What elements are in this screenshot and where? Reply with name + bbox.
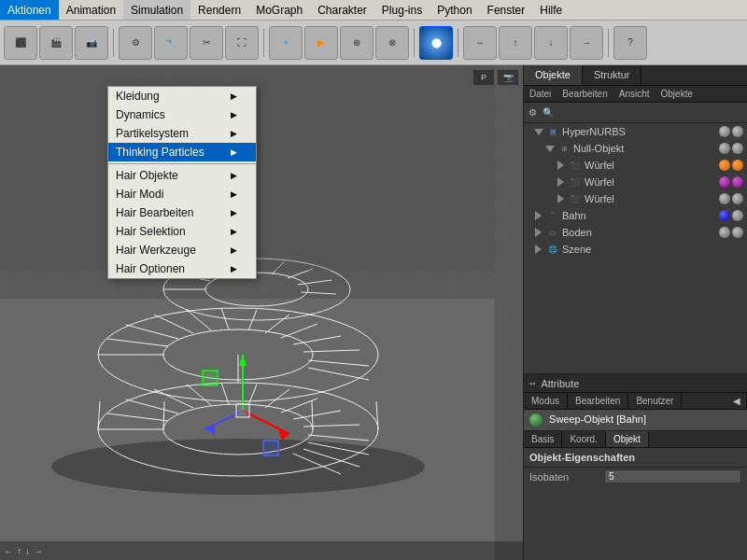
menu-hair-optionen[interactable]: Hair Optionen bbox=[108, 259, 256, 278]
menu-hair-bearbeiten[interactable]: Hair Bearbeiten bbox=[108, 203, 256, 222]
menu-aktionen[interactable]: Aktionen bbox=[0, 0, 59, 20]
obj-bahn[interactable]: ⌒ Bahn bbox=[524, 207, 747, 224]
attr-arrow[interactable]: ◀ bbox=[727, 393, 747, 409]
toolbar-btn-help[interactable]: ? bbox=[613, 26, 647, 60]
toolbar-btn-5[interactable]: 🔧 bbox=[154, 26, 188, 60]
expand-wurfel-2[interactable] bbox=[557, 177, 567, 187]
toolbar-btn-dynamics[interactable]: ⬤ bbox=[419, 26, 453, 60]
expand-null[interactable] bbox=[546, 144, 556, 153]
viewport-status-bar: ← ↑ ↓ → bbox=[0, 541, 523, 560]
attributes-panel: ▪▪ Attribute Modus Bearbeiten Benutzer ◀… bbox=[524, 373, 747, 560]
toolbar-btn-7[interactable]: ⛶ bbox=[225, 26, 259, 60]
menu-charakter[interactable]: Charakter bbox=[310, 0, 374, 20]
viewport-arrow-up[interactable]: ↑ bbox=[17, 546, 21, 556]
toolbar-btn-10[interactable]: ⊕ bbox=[340, 26, 374, 60]
toolbar-btn-8[interactable]: ✦ bbox=[269, 26, 303, 60]
bahn-dot-2 bbox=[732, 210, 743, 221]
viewport-arrow-left[interactable]: ← bbox=[4, 546, 13, 556]
toolbar-sep-3 bbox=[414, 29, 415, 57]
menu-python[interactable]: Python bbox=[430, 0, 479, 20]
szene-icon: 🌐 bbox=[546, 243, 559, 256]
viewport-arrow-down[interactable]: ↓ bbox=[25, 546, 30, 556]
toolbar-btn-down[interactable]: ↓ bbox=[534, 26, 568, 60]
obj-menu-datei[interactable]: Datei bbox=[526, 88, 555, 100]
obj-hypernurbs[interactable]: ⊞ HyperNURBS bbox=[524, 123, 747, 140]
expand-szene[interactable] bbox=[535, 245, 544, 254]
svg-rect-61 bbox=[203, 371, 218, 385]
wurfel-2-label: Würfel bbox=[585, 176, 719, 188]
menu-animation[interactable]: Animation bbox=[59, 0, 123, 20]
obj-menu-bearbeiten[interactable]: Bearbeiten bbox=[558, 88, 611, 100]
toolbar-btn-3[interactable]: 📷 bbox=[75, 26, 108, 60]
expand-hypernurbs[interactable] bbox=[535, 127, 544, 136]
viewport[interactable]: P 📷 ← ↑ ↓ → Kleidung Dynamics Partikelsy… bbox=[0, 65, 523, 560]
nav-btn-persp[interactable]: P bbox=[472, 69, 495, 86]
obj-wurfel-2[interactable]: ⬛ Würfel bbox=[524, 174, 747, 190]
menu-hair-modi[interactable]: Hair Modi bbox=[108, 185, 256, 203]
object-label-icon bbox=[529, 413, 543, 427]
viewport-arrow-right[interactable]: → bbox=[34, 546, 43, 556]
toolbar-btn-arrow[interactable]: ↔ bbox=[463, 26, 497, 60]
menu-plugins[interactable]: Plug-ins bbox=[374, 0, 430, 20]
obj-menu-ansicht[interactable]: Ansicht bbox=[615, 88, 654, 100]
hypernurbs-dots bbox=[719, 126, 743, 137]
toolbar-btn-up[interactable]: ↑ bbox=[499, 26, 532, 60]
expand-wurfel-3[interactable] bbox=[557, 194, 567, 203]
obj-wurfel-1[interactable]: ⬛ Würfel bbox=[524, 157, 747, 174]
attr-tab2-basis[interactable]: Basis bbox=[524, 431, 562, 447]
bahn-icon: ⌒ bbox=[546, 209, 559, 222]
obj-wurfel-3[interactable]: ⬛ Würfel bbox=[524, 190, 747, 207]
menu-dynamics[interactable]: Dynamics bbox=[108, 105, 256, 124]
menu-mograph[interactable]: MoGraph bbox=[248, 0, 310, 20]
expand-wurfel-1[interactable] bbox=[557, 161, 567, 170]
expand-icon-wurfel-1 bbox=[557, 161, 564, 170]
obj-boden[interactable]: ▭ Boden bbox=[524, 224, 747, 241]
expand-bahn[interactable] bbox=[535, 211, 544, 220]
menu-hilfe[interactable]: Hilfe bbox=[532, 0, 570, 20]
boden-dot-1 bbox=[719, 227, 730, 238]
object-list[interactable]: ⊞ HyperNURBS ⊕ Null-Objekt bbox=[524, 123, 747, 373]
null-label: Null-Objekt bbox=[573, 143, 719, 154]
attr-tab2-objekt[interactable]: Objekt bbox=[606, 431, 649, 447]
isobaten-input[interactable] bbox=[604, 469, 741, 483]
tab-struktur[interactable]: Struktur bbox=[583, 65, 642, 85]
bahn-label: Bahn bbox=[562, 210, 719, 221]
wurfel-3-dots bbox=[719, 193, 743, 204]
menu-hair-selektion[interactable]: Hair Selektion bbox=[108, 222, 256, 241]
toolbar-btn-6[interactable]: ✂ bbox=[190, 26, 223, 60]
menu-hair-werkzeuge[interactable]: Hair Werkzeuge bbox=[108, 241, 256, 259]
attr-title: Attribute bbox=[541, 378, 579, 389]
menu-fenster[interactable]: Fenster bbox=[480, 0, 533, 20]
toolbar-btn-right[interactable]: → bbox=[570, 26, 603, 60]
obj-tb-search[interactable]: 🔍 bbox=[540, 105, 557, 120]
property-isobaten: Isobaten bbox=[524, 468, 747, 485]
tab-objekte[interactable]: Objekte bbox=[524, 65, 583, 85]
toolbar-btn-9[interactable]: ▶ bbox=[304, 26, 338, 60]
toolbar-btn-2[interactable]: 🎬 bbox=[39, 26, 73, 60]
obj-tb-filter[interactable]: ⚙ bbox=[526, 105, 540, 120]
object-manager-tabs: Objekte Struktur bbox=[524, 65, 747, 86]
attr-tab2-koord[interactable]: Koord. bbox=[562, 431, 605, 447]
wurfel-2-dots bbox=[719, 176, 743, 188]
menu-partikelsystem[interactable]: Partikelsystem bbox=[108, 124, 256, 143]
obj-null[interactable]: ⊕ Null-Objekt bbox=[524, 140, 747, 157]
toolbar-btn-1[interactable]: ⬛ bbox=[4, 26, 37, 60]
obj-szene[interactable]: 🌐 Szene bbox=[524, 241, 747, 258]
menu-hair-objekte[interactable]: Hair Objekte bbox=[108, 166, 256, 185]
menu-simulation[interactable]: Simulation bbox=[123, 0, 190, 20]
attr-tab-modus[interactable]: Modus bbox=[524, 393, 568, 409]
attr-tab-benutzer[interactable]: Benutzer bbox=[628, 393, 682, 409]
obj-menu-objekte[interactable]: Objekte bbox=[657, 88, 697, 100]
null-dots bbox=[719, 143, 743, 154]
nav-btn-cam[interactable]: 📷 bbox=[497, 69, 519, 86]
attr-tab-bearbeiten[interactable]: Bearbeiten bbox=[568, 393, 628, 409]
menu-rendern[interactable]: Rendern bbox=[190, 0, 248, 20]
viewport-nav: P 📷 bbox=[472, 69, 519, 86]
boden-icon: ▭ bbox=[546, 226, 559, 239]
menu-kleidung[interactable]: Kleidung bbox=[108, 87, 256, 105]
menu-thinking-particles[interactable]: Thinking Particles bbox=[108, 143, 256, 161]
expand-boden[interactable] bbox=[535, 228, 544, 237]
wurfel-1-label: Würfel bbox=[585, 160, 719, 171]
toolbar-btn-4[interactable]: ⚙ bbox=[119, 26, 152, 60]
toolbar-btn-11[interactable]: ⊗ bbox=[375, 26, 409, 60]
